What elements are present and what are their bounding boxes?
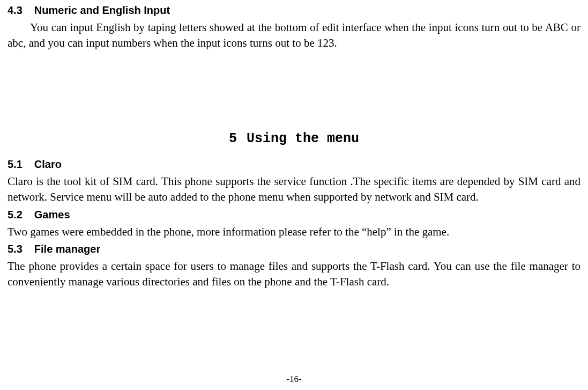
section-4-3-body: You can input English by taping letters … [8, 20, 580, 51]
section-5-2-heading: 5.2Games [8, 209, 580, 221]
chapter-5-number: 5 [229, 131, 237, 146]
section-4-3-heading: 4.3Numeric and English Input [8, 4, 580, 17]
chapter-5-title: Using the menu [247, 131, 359, 146]
section-5-1-number: 5.1 [8, 158, 23, 171]
section-5-3-body: The phone provides a certain space for u… [8, 259, 580, 290]
section-5-2-body: Two games were embedded in the phone, mo… [8, 224, 580, 240]
section-4-3-number: 4.3 [8, 4, 23, 17]
section-5-3-title: File manager [34, 243, 100, 255]
section-4-3-title: Numeric and English Input [34, 4, 170, 16]
chapter-5-heading: 5Using the menu [8, 131, 580, 146]
section-5-1-title: Claro [34, 158, 62, 170]
section-5-2-number: 5.2 [8, 209, 23, 221]
section-5-1-body: Claro is the tool kit of SIM card. This … [8, 174, 580, 205]
section-5-3-number: 5.3 [8, 243, 23, 255]
section-5-3-heading: 5.3File manager [8, 243, 580, 255]
section-5-2-title: Games [34, 209, 70, 220]
section-5-1-heading: 5.1Claro [8, 158, 580, 171]
page-number: -16- [0, 374, 588, 385]
